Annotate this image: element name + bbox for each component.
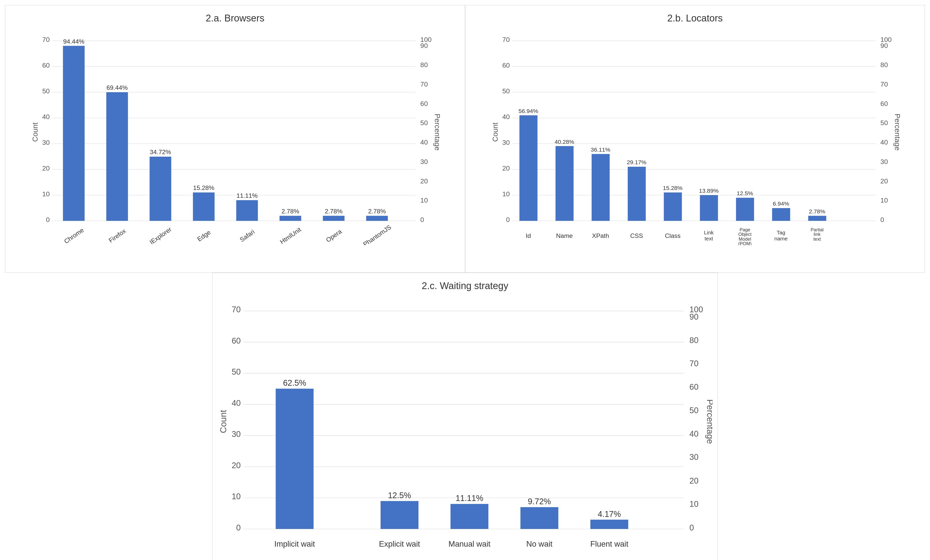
svg-text:0: 0	[46, 216, 50, 224]
svg-text:Percentage: Percentage	[705, 399, 713, 444]
svg-rect-77	[556, 146, 573, 221]
svg-text:20: 20	[231, 461, 241, 470]
svg-text:Count: Count	[31, 123, 39, 142]
svg-text:40: 40	[689, 429, 699, 439]
svg-text:Manual wait: Manual wait	[448, 540, 491, 548]
svg-text:Model: Model	[739, 236, 751, 242]
svg-text:Percentage: Percentage	[433, 114, 441, 150]
svg-text:30: 30	[880, 158, 888, 166]
waiting-title: 2.c. Waiting strategy	[217, 281, 713, 292]
bar-edge	[193, 192, 215, 221]
svg-text:2.78%: 2.78%	[809, 208, 825, 215]
bar-firefox	[106, 92, 128, 221]
svg-rect-83	[628, 167, 645, 221]
bar-fluent-wait	[590, 520, 628, 529]
svg-text:56.94%: 56.94%	[518, 108, 538, 114]
svg-text:50: 50	[880, 119, 888, 127]
svg-text:0: 0	[880, 216, 884, 224]
svg-text:70: 70	[42, 36, 50, 43]
svg-text:Name: Name	[556, 232, 573, 239]
waiting-chart: 2.c. Waiting strategy 0 10 20 30 40 50 6…	[212, 273, 718, 560]
svg-text:36.11%: 36.11%	[591, 146, 610, 153]
svg-text:20: 20	[880, 177, 888, 185]
svg-rect-86	[664, 192, 682, 221]
svg-text:6.94%: 6.94%	[773, 200, 789, 207]
svg-rect-89	[700, 195, 718, 221]
bar-manual-wait	[451, 504, 488, 529]
svg-text:Page: Page	[739, 227, 750, 232]
svg-text:60: 60	[420, 100, 428, 107]
svg-text:Object: Object	[738, 232, 751, 237]
svg-text:2.78%: 2.78%	[325, 208, 342, 215]
svg-text:Count: Count	[491, 123, 499, 142]
svg-text:15.28%: 15.28%	[193, 184, 214, 191]
svg-text:Implicit wait: Implicit wait	[274, 540, 315, 548]
svg-text:60: 60	[231, 336, 241, 345]
svg-text:name: name	[774, 236, 787, 241]
browsers-svg: 0 10 20 30 40 50 60 70 Count 0 10 20 30 …	[10, 29, 460, 245]
bar-ie	[149, 156, 171, 221]
svg-text:20: 20	[42, 164, 50, 172]
svg-text:70: 70	[231, 305, 241, 314]
svg-text:XPath: XPath	[592, 232, 609, 239]
svg-text:text: text	[813, 236, 821, 242]
svg-text:Safari: Safari	[239, 228, 256, 243]
svg-text:60: 60	[689, 382, 699, 391]
svg-text:12.5%: 12.5%	[388, 491, 411, 500]
svg-text:11.11%: 11.11%	[236, 192, 257, 199]
svg-text:10: 10	[420, 196, 428, 204]
svg-text:Opera: Opera	[325, 228, 343, 244]
svg-text:80: 80	[420, 61, 428, 69]
svg-text:30: 30	[420, 158, 428, 166]
svg-text:Percentage: Percentage	[893, 114, 901, 150]
bar-phantomjs	[366, 216, 388, 221]
svg-text:Partial: Partial	[811, 227, 824, 232]
svg-text:100: 100	[689, 305, 703, 314]
svg-text:Tag: Tag	[777, 230, 785, 235]
svg-text:Chrome: Chrome	[63, 227, 85, 245]
svg-text:40: 40	[420, 138, 428, 146]
svg-text:10: 10	[502, 190, 510, 198]
svg-text:70: 70	[420, 80, 428, 88]
svg-text:IExplorer: IExplorer	[148, 226, 173, 245]
svg-text:10: 10	[689, 499, 699, 509]
svg-text:94.44%: 94.44%	[63, 38, 84, 45]
svg-text:text: text	[705, 236, 713, 241]
svg-text:10: 10	[880, 196, 888, 204]
svg-text:Explicit wait: Explicit wait	[379, 540, 420, 548]
svg-text:40: 40	[231, 399, 241, 408]
svg-text:20: 20	[420, 177, 428, 185]
svg-text:9.72%: 9.72%	[528, 497, 551, 506]
svg-text:29.17%: 29.17%	[627, 159, 647, 166]
svg-text:34.72%: 34.72%	[150, 149, 171, 155]
svg-rect-80	[591, 154, 609, 221]
svg-text:20: 20	[689, 476, 699, 485]
svg-text:Link: Link	[704, 230, 714, 235]
svg-text:30: 30	[502, 139, 510, 146]
bar-chrome	[63, 46, 85, 221]
svg-text:PhantomJS: PhantomJS	[362, 224, 392, 245]
bar-safari	[236, 200, 258, 221]
svg-text:10: 10	[231, 492, 241, 501]
svg-text:40: 40	[42, 113, 50, 121]
svg-text:40: 40	[502, 113, 510, 121]
bar-no-wait	[520, 507, 558, 529]
svg-text:4.17%: 4.17%	[598, 509, 621, 519]
svg-text:Count: Count	[218, 410, 228, 433]
svg-text:62.5%: 62.5%	[283, 378, 306, 387]
bar-htmlunit	[280, 216, 301, 221]
browsers-title: 2.a. Browsers	[10, 13, 460, 24]
svg-text:20: 20	[502, 164, 510, 172]
svg-text:60: 60	[42, 61, 50, 69]
svg-text:2.78%: 2.78%	[368, 208, 386, 215]
svg-text:10: 10	[42, 190, 50, 198]
svg-text:0: 0	[506, 216, 510, 224]
svg-text:69.44%: 69.44%	[106, 84, 128, 91]
svg-text:70: 70	[880, 80, 888, 88]
svg-text:12.5%: 12.5%	[737, 190, 753, 196]
browsers-chart: 2.a. Browsers 0 10 20 30 40 50 60 70 Cou…	[5, 5, 465, 273]
svg-text:60: 60	[880, 100, 888, 107]
svg-text:(POM): (POM)	[738, 241, 751, 245]
svg-text:link: link	[814, 232, 821, 237]
svg-text:0: 0	[236, 523, 241, 532]
